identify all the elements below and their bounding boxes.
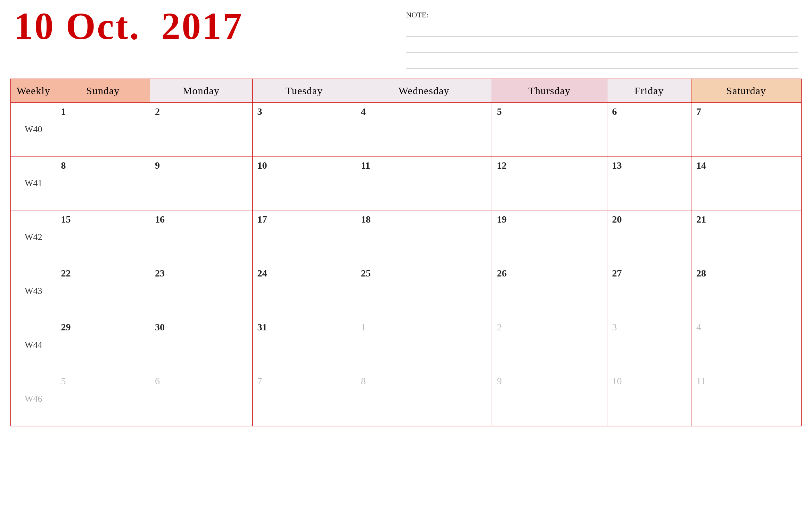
day-number: 6 (612, 106, 617, 117)
day-cell: 18 (356, 210, 492, 264)
day-cell: 29 (56, 318, 150, 372)
day-number: 11 (696, 376, 706, 386)
day-number: 22 (61, 268, 71, 279)
calendar-wrapper: WeeklySundayMondayTuesdayWednesdayThursd… (0, 75, 812, 433)
day-cell: 10 (252, 156, 356, 210)
header-col-friday: Friday (607, 79, 691, 103)
day-number: 31 (257, 322, 267, 332)
day-number: 9 (155, 160, 160, 171)
week-label-w43: W43 (11, 264, 56, 318)
day-number: 13 (612, 160, 622, 171)
header-col-tuesday: Tuesday (252, 79, 356, 103)
day-cell: 9 (150, 156, 252, 210)
day-cell: 6 (150, 372, 252, 426)
day-number: 4 (361, 106, 366, 117)
day-number: 21 (696, 214, 706, 225)
day-number: 5 (497, 106, 502, 117)
day-number: 4 (696, 322, 701, 332)
day-number: 28 (696, 268, 706, 279)
day-cell: 24 (252, 264, 356, 318)
day-cell: 6 (607, 103, 691, 156)
day-cell: 12 (492, 156, 607, 210)
day-cell: 11 (356, 156, 492, 210)
day-cell: 15 (56, 210, 150, 264)
day-cell: 21 (691, 210, 801, 264)
day-number: 24 (257, 268, 267, 279)
header: 10 Oct. 2017 NOTE: (0, 0, 812, 75)
day-cell: 14 (691, 156, 801, 210)
week-label-w46: W46 (11, 372, 56, 426)
week-label-w41: W41 (11, 156, 56, 210)
day-cell: 16 (150, 210, 252, 264)
day-number: 10 (257, 160, 267, 171)
day-cell: 1 (56, 103, 150, 156)
day-number: 14 (696, 160, 706, 171)
day-number: 19 (497, 214, 507, 225)
day-number: 6 (155, 376, 160, 386)
note-line-2 (406, 40, 798, 53)
day-number: 7 (257, 376, 262, 386)
header-col-weekly: Weekly (11, 79, 56, 103)
day-number: 29 (61, 322, 71, 332)
week-label-w40: W40 (11, 103, 56, 156)
header-col-sunday: Sunday (56, 79, 150, 103)
day-number: 9 (497, 376, 502, 386)
calendar-header: WeeklySundayMondayTuesdayWednesdayThursd… (11, 79, 801, 103)
day-number: 3 (257, 106, 262, 117)
day-number: 5 (61, 376, 66, 386)
day-number: 12 (497, 160, 507, 171)
day-cell: 7 (691, 103, 801, 156)
day-cell: 22 (56, 264, 150, 318)
day-number: 1 (361, 322, 366, 332)
day-number: 1 (61, 106, 66, 117)
note-label: NOTE: (406, 10, 798, 19)
day-cell: 9 (492, 372, 607, 426)
calendar-table: WeeklySundayMondayTuesdayWednesdayThursd… (10, 79, 802, 426)
header-col-saturday: Saturday (691, 79, 801, 103)
header-col-monday: Monday (150, 79, 252, 103)
calendar-row: W401234567 (11, 103, 801, 156)
day-number: 30 (155, 322, 165, 332)
date-section: 10 Oct. 2017 (14, 7, 406, 45)
day-number: 8 (361, 376, 366, 386)
day-cell: 1 (356, 318, 492, 372)
day-cell: 26 (492, 264, 607, 318)
day-number: 2 (155, 106, 160, 117)
day-cell: 19 (492, 210, 607, 264)
day-cell: 4 (691, 318, 801, 372)
day-cell: 5 (492, 103, 607, 156)
day-cell: 30 (150, 318, 252, 372)
day-number: 7 (696, 106, 701, 117)
header-col-thursday: Thursday (492, 79, 607, 103)
note-line-3 (406, 56, 798, 69)
calendar-row: W4322232425262728 (11, 264, 801, 318)
day-cell: 17 (252, 210, 356, 264)
note-section: NOTE: (406, 7, 798, 72)
calendar-row: W46567891011 (11, 372, 801, 426)
day-number: 11 (361, 160, 370, 171)
calendar-row: W41891011121314 (11, 156, 801, 210)
day-cell: 3 (252, 103, 356, 156)
day-number: 2 (497, 322, 502, 332)
week-label-w42: W42 (11, 210, 56, 264)
day-cell: 3 (607, 318, 691, 372)
note-line-1 (406, 24, 798, 37)
day-number: 8 (61, 160, 66, 171)
day-cell: 10 (607, 372, 691, 426)
day-cell: 11 (691, 372, 801, 426)
year: 2017 (161, 7, 243, 45)
calendar-row: W442930311234 (11, 318, 801, 372)
day-cell: 2 (492, 318, 607, 372)
day-number: 17 (257, 214, 267, 225)
day-number: 10 (14, 5, 55, 47)
day-cell: 13 (607, 156, 691, 210)
day-number: 10 (612, 376, 622, 386)
day-number: 23 (155, 268, 165, 279)
header-col-wednesday: Wednesday (356, 79, 492, 103)
day-cell: 25 (356, 264, 492, 318)
day-cell: 20 (607, 210, 691, 264)
day-number: 16 (155, 214, 165, 225)
day-number: 15 (61, 214, 71, 225)
month-day: 10 Oct. (14, 7, 140, 45)
day-cell: 7 (252, 372, 356, 426)
